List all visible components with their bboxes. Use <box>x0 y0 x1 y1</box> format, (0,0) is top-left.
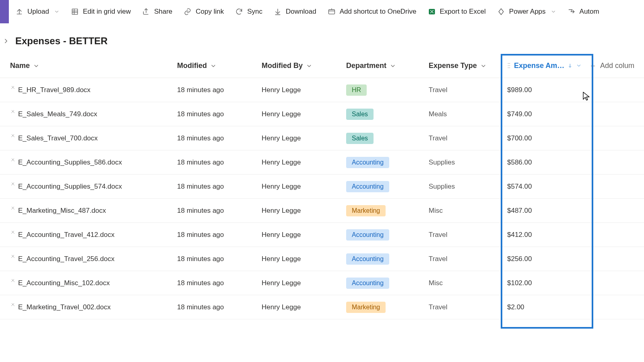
addshortcut-button[interactable]: Add shortcut to OneDrive <box>323 5 421 18</box>
department-pill: Sales <box>346 133 374 144</box>
cell-name[interactable]: E_Accounting_Supplies_574.docx <box>6 183 173 191</box>
table-row[interactable]: E_HR_Travel_989.docx18 minutes agoHenry … <box>0 78 644 102</box>
cell-expenseamount: $586.00 <box>503 158 586 167</box>
download-label: Download <box>286 8 316 16</box>
file-name: E_Accounting_Supplies_574.docx <box>18 183 122 191</box>
drag-grip-icon[interactable] <box>507 62 511 70</box>
export-excel-label: Export to Excel <box>440 8 486 16</box>
table-row[interactable]: E_Marketing_Misc_487.docx18 minutes agoH… <box>0 199 644 223</box>
cell-modified: 18 minutes ago <box>173 86 258 94</box>
cell-modifiedby: Henry Legge <box>258 279 342 287</box>
modifiedby-text: Henry Legge <box>262 110 301 118</box>
file-name: E_Accounting_Supplies_586.docx <box>18 158 122 167</box>
cell-expensetype: Travel <box>425 255 503 263</box>
modified-text: 18 minutes ago <box>177 158 224 167</box>
powerapps-label: Power Apps <box>509 8 546 16</box>
col-addcolumn[interactable]: Add colum <box>586 62 644 70</box>
share-label: Share <box>154 8 172 16</box>
chevron-down-icon <box>480 63 487 69</box>
chevron-down-icon <box>210 63 217 69</box>
powerapps-button[interactable]: Power Apps <box>492 5 561 18</box>
col-expenseamount[interactable]: Expense Am… <box>503 62 586 70</box>
cell-department: Accounting <box>342 229 425 241</box>
chevron-down-icon <box>390 63 396 69</box>
expensetype-text: Misc <box>429 279 443 287</box>
onedrive-shortcut-icon <box>328 8 336 16</box>
cell-name[interactable]: E_Sales_Meals_749.docx <box>6 110 173 118</box>
file-name: E_HR_Travel_989.docx <box>18 86 91 94</box>
amount-text: $487.00 <box>507 207 532 215</box>
cell-modifiedby: Henry Legge <box>258 231 342 239</box>
cell-expensetype: Travel <box>425 231 503 239</box>
modifiedby-text: Henry Legge <box>262 207 301 215</box>
edit-grid-button[interactable]: Edit in grid view <box>66 5 136 18</box>
cell-expenseamount: $487.00 <box>503 207 586 215</box>
cell-name[interactable]: E_Marketing_Travel_002.docx <box>6 303 173 311</box>
cell-name[interactable]: E_Marketing_Misc_487.docx <box>6 207 173 215</box>
upload-button[interactable]: Upload <box>10 5 64 18</box>
sync-button[interactable]: Sync <box>230 5 267 18</box>
department-pill: Accounting <box>346 157 389 168</box>
page-title: Expenses - BETTER <box>15 35 107 47</box>
cell-department: Marketing <box>342 205 425 216</box>
document-icon <box>10 255 16 259</box>
cell-name[interactable]: E_Accounting_Supplies_586.docx <box>6 158 173 167</box>
chevron-down-icon[interactable] <box>576 63 582 69</box>
export-excel-button[interactable]: Export to Excel <box>423 5 491 18</box>
expensetype-text: Misc <box>429 207 443 215</box>
col-expensetype-label: Expense Type <box>429 62 477 70</box>
share-icon <box>142 8 150 16</box>
cell-expenseamount: $989.00 <box>503 86 586 94</box>
expensetype-text: Travel <box>429 231 448 239</box>
cell-modified: 18 minutes ago <box>173 255 258 263</box>
download-button[interactable]: Download <box>269 5 321 18</box>
col-department[interactable]: Department <box>342 62 425 70</box>
automate-button[interactable]: Autom <box>563 5 604 18</box>
chevron-right-icon[interactable] <box>2 37 10 45</box>
modified-text: 18 minutes ago <box>177 134 224 142</box>
table-row[interactable]: E_Marketing_Travel_002.docx18 minutes ag… <box>0 295 644 319</box>
modifiedby-text: Henry Legge <box>262 303 301 311</box>
cell-name[interactable]: E_Accounting_Travel_256.docx <box>6 255 173 263</box>
cell-modified: 18 minutes ago <box>173 303 258 311</box>
modifiedby-text: Henry Legge <box>262 279 301 287</box>
file-name: E_Marketing_Travel_002.docx <box>18 303 111 311</box>
cell-name[interactable]: E_Accounting_Misc_102.docx <box>6 279 173 287</box>
col-name[interactable]: Name <box>6 62 173 70</box>
file-name: E_Accounting_Travel_412.docx <box>18 231 114 239</box>
amount-text: $700.00 <box>507 134 532 142</box>
cell-name[interactable]: E_Accounting_Travel_412.docx <box>6 231 173 239</box>
file-name: E_Marketing_Misc_487.docx <box>18 207 106 215</box>
cell-modified: 18 minutes ago <box>173 231 258 239</box>
grid-icon <box>71 8 79 16</box>
modified-text: 18 minutes ago <box>177 303 224 311</box>
cell-modified: 18 minutes ago <box>173 183 258 191</box>
col-department-label: Department <box>346 62 386 70</box>
table-row[interactable]: E_Accounting_Supplies_574.docx18 minutes… <box>0 175 644 199</box>
department-pill: Accounting <box>346 181 389 192</box>
share-button[interactable]: Share <box>137 5 177 18</box>
table-row[interactable]: E_Accounting_Supplies_586.docx18 minutes… <box>0 150 644 175</box>
col-expensetype[interactable]: Expense Type <box>425 62 503 70</box>
document-icon <box>10 207 16 210</box>
col-modified[interactable]: Modified <box>173 62 258 70</box>
cell-name[interactable]: E_Sales_Travel_700.docx <box>6 134 173 142</box>
amount-text: $749.00 <box>507 110 532 118</box>
col-modifiedby[interactable]: Modified By <box>258 62 342 70</box>
table-row[interactable]: E_Sales_Travel_700.docx18 minutes agoHen… <box>0 126 644 150</box>
cell-name[interactable]: E_HR_Travel_989.docx <box>6 86 173 94</box>
powerapps-icon <box>497 8 505 16</box>
amount-text: $586.00 <box>507 158 532 167</box>
table-row[interactable]: E_Accounting_Misc_102.docx18 minutes ago… <box>0 271 644 295</box>
table-row[interactable]: E_Sales_Meals_749.docx18 minutes agoHenr… <box>0 102 644 126</box>
copylink-button[interactable]: Copy link <box>179 5 229 18</box>
amount-text: $412.00 <box>507 231 532 239</box>
department-pill: Marketing <box>346 205 386 216</box>
breadcrumb: Expenses - BETTER <box>0 23 644 54</box>
department-pill: Sales <box>346 109 374 120</box>
document-icon <box>10 110 16 114</box>
table-row[interactable]: E_Accounting_Travel_256.docx18 minutes a… <box>0 247 644 271</box>
chevron-down-icon <box>33 63 39 69</box>
table-row[interactable]: E_Accounting_Travel_412.docx18 minutes a… <box>0 223 644 247</box>
grid-header: Name Modified Modified By Department Exp… <box>0 54 644 78</box>
